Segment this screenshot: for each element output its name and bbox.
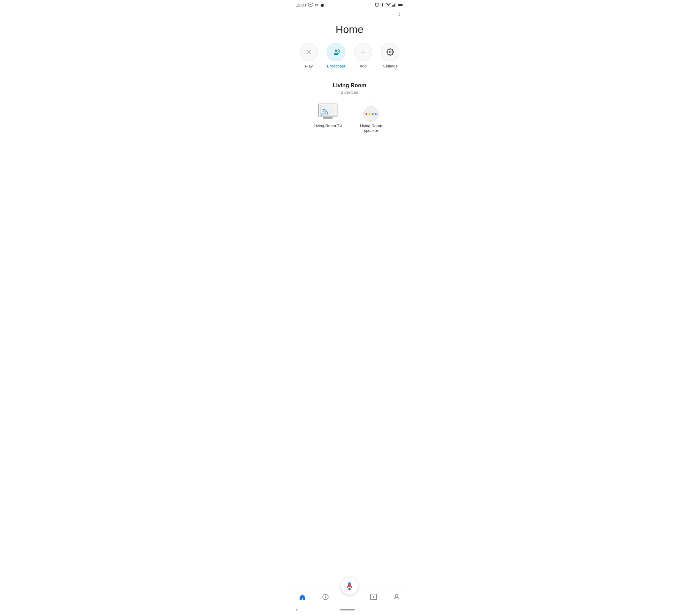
device-tv[interactable]: Living Room TV [313, 102, 343, 133]
action-broadcast[interactable]: Broadcast [327, 43, 345, 68]
dot-blue [375, 113, 377, 115]
settings-icon [386, 49, 394, 56]
circle-icon: ⬤ [320, 3, 324, 7]
google-home-mini [364, 101, 379, 122]
signal-icon [392, 3, 397, 7]
add-label: Add [359, 64, 367, 68]
svg-rect-6 [394, 4, 395, 6]
play-label: Play [305, 64, 313, 68]
page-title: Home [291, 18, 408, 43]
broadcast-icon [332, 48, 340, 56]
status-bar: 12:00 💬 ✉ ⬤ [291, 0, 408, 9]
svg-point-17 [321, 114, 323, 116]
dot-red [366, 113, 367, 115]
tv-screen [318, 104, 338, 117]
add-icon [359, 49, 367, 56]
svg-point-12 [335, 50, 337, 52]
toolbar: ⋮ [291, 9, 408, 18]
tv-icon-area [316, 102, 340, 120]
devices-row: Living Room TV Living Room [291, 102, 408, 133]
mini-dots [366, 113, 377, 115]
actions-row: Play Broadcast Add [291, 43, 408, 76]
tv-stand [323, 117, 332, 119]
section-divider [296, 76, 403, 76]
play-circle [300, 43, 318, 61]
dot-yellow [369, 113, 370, 115]
play-icon [305, 49, 313, 56]
svg-point-15 [389, 51, 391, 53]
svg-rect-9 [398, 4, 402, 5]
vibrate-icon [381, 3, 384, 7]
device-tv-name: Living Room TV [314, 123, 342, 128]
svg-rect-3 [384, 4, 384, 6]
time-display: 12:00 [296, 3, 306, 8]
gmail-icon: ✉ [315, 2, 319, 8]
status-right [375, 3, 403, 7]
settings-label: Settings [383, 64, 398, 68]
dot-green [372, 113, 373, 115]
alarm-icon [375, 3, 379, 7]
device-speaker-name: Living Room speaker [356, 123, 386, 133]
mini-cord [371, 101, 371, 106]
svg-rect-2 [381, 4, 382, 6]
mini-body [364, 106, 379, 122]
speaker-icon-area [359, 102, 383, 120]
cast-screen-icon [320, 105, 335, 116]
whatsapp-icon: 💬 [308, 2, 313, 8]
room-device-count: 2 devices [291, 90, 408, 95]
settings-circle [381, 43, 399, 61]
battery-icon [398, 3, 403, 6]
room-section: Living Room 2 devices [291, 82, 408, 133]
svg-rect-4 [392, 5, 393, 6]
action-settings[interactable]: Settings [381, 43, 399, 68]
more-menu-button[interactable]: ⋮ [397, 10, 403, 16]
wifi-icon [386, 3, 391, 7]
status-left: 12:00 💬 ✉ ⬤ [296, 2, 324, 8]
action-add[interactable]: Add [354, 43, 372, 68]
svg-rect-5 [393, 5, 394, 6]
device-speaker[interactable]: Living Room speaker [356, 102, 386, 133]
add-circle [354, 43, 372, 61]
svg-rect-1 [382, 3, 383, 6]
broadcast-circle [327, 43, 345, 61]
room-name: Living Room [291, 82, 408, 89]
svg-rect-7 [395, 3, 396, 7]
broadcast-label: Broadcast [327, 64, 345, 68]
action-play[interactable]: Play [300, 43, 318, 68]
